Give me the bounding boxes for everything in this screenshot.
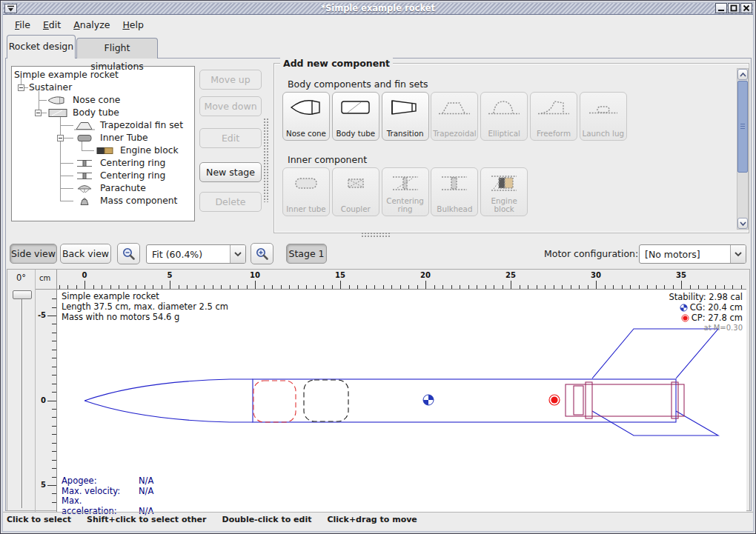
tree-item-nose-cone[interactable]: Nose cone (12, 94, 194, 107)
menu-help[interactable]: Help (117, 17, 149, 33)
zoom-level-combo[interactable]: Fit (60.4%) (146, 244, 246, 264)
flight-data-row: Apogee:N/A (62, 476, 153, 487)
side-view-toggle[interactable]: Side view (10, 244, 57, 264)
tree-item-centering-ring[interactable]: Centering ring (12, 157, 194, 170)
tree-item-label: Mass component (100, 195, 177, 207)
elliptical-icon (487, 96, 521, 121)
ruler-tick (52, 460, 56, 461)
component-tree[interactable]: Simple example rocketSustainerNose coneB… (11, 66, 195, 221)
ruler-label: 15 (335, 271, 345, 279)
stability-label: Stability: (669, 292, 706, 302)
status-hint: Double-click to edit (222, 515, 312, 524)
menu-file[interactable]: File (10, 17, 36, 33)
scrollbar-thumb[interactable] (737, 81, 748, 173)
combo-chevron-icon[interactable] (730, 245, 746, 263)
menubar: FileEditAnalyzeHelp (3, 15, 753, 34)
tree-item-inner-tube[interactable]: Inner Tube (12, 132, 194, 144)
new-stage-button[interactable]: New stage (199, 162, 262, 182)
flight-data-label: Max. acceleration: (62, 496, 139, 516)
upper-fin[interactable] (592, 329, 718, 378)
rotation-slider-track[interactable] (21, 299, 23, 508)
tree-expander-icon[interactable] (35, 110, 42, 116)
close-button[interactable] (740, 3, 752, 13)
component-button-label: Freeform (537, 130, 571, 138)
tree-item-centering-ring[interactable]: Centering ring (12, 170, 194, 182)
tree-item-body-tube[interactable]: Body tube (12, 107, 194, 119)
rotation-angle-label: 0° (7, 273, 35, 283)
scrollbar-down-icon[interactable] (737, 218, 748, 229)
ruler-label: 0 (82, 271, 87, 279)
engine-block-outline[interactable] (574, 386, 583, 415)
mass-component-outline[interactable] (304, 380, 348, 421)
flight-data-row: Max. velocity:N/A (62, 487, 153, 497)
zoom-in-button[interactable] (251, 243, 273, 264)
ruler-tick (52, 358, 56, 358)
centering-ring-forward[interactable] (586, 382, 592, 418)
ruler-tick (255, 281, 256, 290)
rocket-figure-area: 0° cm 05101520253035 -505 (7, 269, 750, 511)
tab-flight-simulations[interactable]: Flight simulations (76, 38, 158, 59)
titlebar[interactable]: *Simple example rocket (2, 2, 754, 15)
component-button-label: Engine block (481, 197, 527, 213)
add-nose-cone-button[interactable]: Nose cone (282, 92, 330, 141)
system-menu-icon[interactable] (4, 4, 17, 13)
vertical-splitter[interactable] (263, 118, 269, 202)
tree-item-trapezoidal-fin-set[interactable]: Trapezoidal fin set (12, 119, 194, 132)
rocket-canvas[interactable]: Simple example rocket Length 37.5 cm, ma… (57, 290, 746, 512)
ruler-tick (425, 281, 426, 290)
tree-item-engine-block[interactable]: Engine block (12, 144, 194, 157)
ruler-label: 10 (250, 271, 260, 279)
maximize-button[interactable] (728, 3, 740, 13)
app-window: *Simple example rocket FileEditAnalyzeHe… (0, 0, 756, 534)
centering-ring-aft[interactable] (672, 382, 678, 418)
ruler-tick (681, 281, 682, 290)
ruler-tick (47, 401, 56, 401)
rotation-slider-handle[interactable] (13, 290, 32, 299)
cg-value: 20.4 cm (708, 302, 743, 313)
tree-item-mass-component[interactable]: Mass component (12, 195, 194, 207)
add-trapezoidal-button: Trapezoidal (431, 92, 478, 141)
ruler-tick (52, 493, 56, 494)
motor-config-label: Motor configuration: (544, 248, 638, 259)
flight-data-value: N/A (139, 475, 153, 486)
component-button-label: Elliptical (488, 130, 520, 138)
tree-expander-icon[interactable] (57, 135, 64, 141)
tree-expander-icon[interactable] (18, 84, 24, 91)
tree-item-parachute[interactable]: Parachute (12, 182, 194, 195)
back-view-toggle[interactable]: Back view (60, 244, 111, 264)
magnifier-plus-icon (255, 247, 269, 261)
motor-config-value: [No motors] (640, 249, 730, 260)
minimize-button[interactable] (715, 3, 727, 13)
palette-scrollbar[interactable] (737, 68, 749, 230)
add-body-tube-button[interactable]: Body tube (332, 92, 379, 141)
add-freeform-button: Freeform (530, 92, 577, 141)
tree-item-label: Centering ring (100, 157, 165, 170)
menu-edit[interactable]: Edit (38, 17, 66, 33)
mass-component-icon (74, 196, 95, 210)
add-transition-button[interactable]: Transition (382, 92, 429, 141)
lower-fin[interactable] (592, 411, 718, 435)
tree-item-sustainer[interactable]: Sustainer (12, 81, 194, 94)
ruler-tick (52, 350, 56, 350)
nose-cone-outline[interactable] (84, 379, 253, 422)
scrollbar-up-icon[interactable] (737, 69, 748, 80)
zoom-out-button[interactable] (117, 243, 140, 264)
stage-1-toggle[interactable]: Stage 1 (286, 244, 327, 264)
horizontal-splitter[interactable] (361, 232, 391, 238)
horizontal-ruler: 05101520253035 (57, 270, 746, 290)
body-tube-outline[interactable] (253, 379, 676, 422)
menu-analyze[interactable]: Analyze (68, 17, 115, 33)
motor-config-combo[interactable]: [No motors] (639, 244, 746, 264)
delete-button: Delete (199, 192, 262, 212)
parachute-outline[interactable] (253, 381, 296, 422)
move-down-button: Move down (199, 96, 262, 116)
design-dimensions: Length 37.5 cm, max. diameter 2.5 cm (62, 302, 228, 313)
ruler-label: 5 (41, 481, 46, 489)
tab-rocket-design[interactable]: Rocket design (7, 35, 76, 59)
cp-legend-icon (681, 314, 689, 322)
add-launch-lug-button: Launch lug (580, 92, 627, 141)
cp-label: CP: (692, 313, 706, 323)
bulkhead-icon (437, 172, 471, 197)
ruler-tick (52, 375, 56, 376)
combo-chevron-icon[interactable] (230, 245, 245, 263)
